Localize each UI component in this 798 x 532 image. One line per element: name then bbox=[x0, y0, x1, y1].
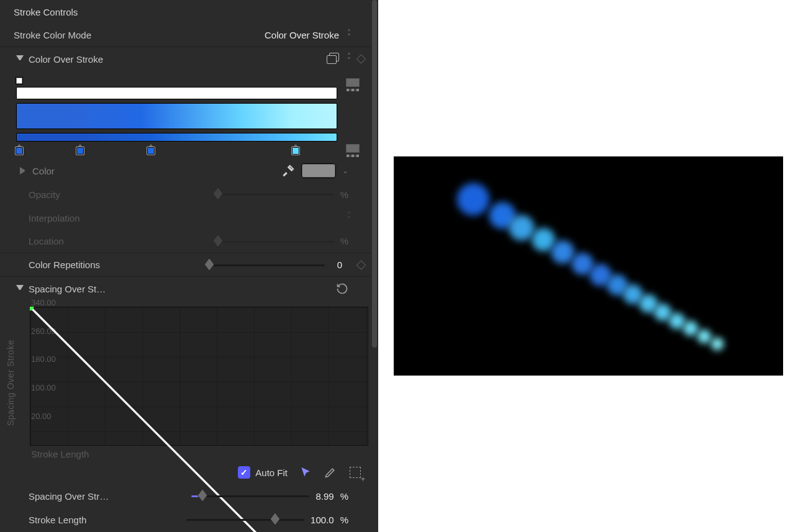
interpolation-label: Interpolation bbox=[29, 213, 80, 223]
disclosure-triangle-right-icon[interactable] bbox=[20, 167, 27, 174]
opacity-unit: % bbox=[340, 189, 348, 200]
color-swatch[interactable] bbox=[301, 163, 336, 178]
spacing-value-label: Spacing Over Str… bbox=[29, 491, 109, 502]
color-label: Color bbox=[32, 166, 55, 176]
eyedropper-icon[interactable] bbox=[281, 164, 295, 178]
spacing-value-row: Spacing Over Str… 8.99 % bbox=[0, 484, 378, 508]
stroke-length-value[interactable]: 100.0 bbox=[311, 515, 334, 525]
stroke-color-mode-label: Stroke Color Mode bbox=[14, 30, 91, 40]
location-label: Location bbox=[29, 236, 64, 246]
stroke-controls-label: Stroke Controls bbox=[14, 7, 78, 17]
color-row: Color ⌄ bbox=[0, 159, 378, 183]
chevron-down-icon[interactable]: ⌄ bbox=[342, 166, 348, 175]
preview-zone bbox=[378, 0, 798, 532]
gradient-hue-bar[interactable] bbox=[16, 133, 337, 142]
graph-y-tick: 340.00 bbox=[31, 298, 56, 307]
gradient-color-stop[interactable] bbox=[16, 144, 23, 155]
opacity-label: Opacity bbox=[29, 189, 60, 200]
opacity-stop-handle[interactable] bbox=[16, 77, 23, 84]
spacing-value[interactable]: 8.99 bbox=[315, 491, 333, 502]
color-over-stroke-label: Color Over Stroke bbox=[29, 54, 103, 65]
marquee-tool-icon[interactable] bbox=[348, 466, 362, 479]
preview-stroke-dab bbox=[710, 337, 724, 351]
presets-stack-icon[interactable] bbox=[325, 53, 339, 65]
gradient-color-stop[interactable] bbox=[292, 144, 299, 155]
stroke-length-slider[interactable] bbox=[186, 513, 304, 526]
spacing-graph[interactable]: Spacing Over Stroke 20.00100.00180.00260… bbox=[0, 300, 378, 462]
stroke-controls-header: Stroke Controls bbox=[0, 0, 378, 24]
graph-y-axis-label: Spacing Over Stroke bbox=[4, 307, 17, 459]
stroke-length-unit: % bbox=[340, 515, 348, 525]
spacing-value-slider[interactable] bbox=[191, 490, 309, 502]
location-row: Location % bbox=[0, 230, 378, 253]
color-repetitions-slider[interactable] bbox=[207, 259, 325, 271]
stroke-length-label: Stroke Length bbox=[29, 515, 86, 525]
opacity-row: Opacity % bbox=[0, 183, 378, 206]
panel-scrollbar[interactable] bbox=[371, 0, 378, 532]
gradient-preset-top-icon[interactable] bbox=[346, 78, 360, 87]
stroke-color-mode-row: Stroke Color Mode Color Over Stroke ˄˅ bbox=[0, 24, 378, 47]
location-unit: % bbox=[340, 236, 348, 246]
preview-stroke-dab bbox=[456, 182, 491, 217]
location-slider[interactable] bbox=[216, 235, 334, 248]
opacity-slider[interactable] bbox=[216, 188, 334, 201]
updown-icon[interactable]: ˄˅ bbox=[347, 55, 348, 63]
updown-icon[interactable]: ˄˅ bbox=[347, 214, 348, 222]
disclosure-triangle-down-icon[interactable] bbox=[16, 55, 24, 63]
preview-stroke-dab bbox=[697, 329, 712, 344]
gradient-opacity-bar[interactable] bbox=[16, 87, 337, 99]
inspector-panel: Stroke Controls Stroke Color Mode Color … bbox=[0, 0, 378, 532]
spacing-over-stroke-header[interactable]: Spacing Over St… bbox=[0, 277, 378, 300]
color-repetitions-label: Color Repetitions bbox=[29, 259, 100, 270]
interpolation-row: Interpolation ˄˅ bbox=[0, 206, 378, 230]
color-over-stroke-header[interactable]: Color Over Stroke ˄˅ bbox=[0, 47, 378, 71]
gradient-preset-bottom-icon[interactable] bbox=[346, 144, 360, 153]
preview-canvas bbox=[394, 156, 783, 376]
gradient-color-stop[interactable] bbox=[147, 144, 155, 155]
updown-icon[interactable]: ˄˅ bbox=[347, 31, 348, 40]
stroke-length-row: Stroke Length 100.0 % bbox=[0, 508, 378, 531]
spacing-unit: % bbox=[340, 491, 348, 502]
graph-x-axis-label: Stroke Length bbox=[31, 449, 89, 459]
spacing-section-label: Spacing Over St… bbox=[29, 284, 106, 294]
stroke-color-mode-value[interactable]: Color Over Stroke bbox=[265, 30, 339, 40]
color-repetitions-value[interactable]: 0 bbox=[331, 259, 348, 270]
gradient-color-bar[interactable] bbox=[16, 103, 337, 129]
disclosure-triangle-down-icon[interactable] bbox=[16, 285, 24, 292]
reset-icon[interactable] bbox=[336, 282, 348, 295]
gradient-editor[interactable] bbox=[0, 71, 378, 159]
preview-stroke-dab bbox=[682, 320, 699, 336]
color-repetitions-row: Color Repetitions 0 bbox=[0, 253, 378, 277]
gradient-color-stop[interactable] bbox=[76, 144, 84, 155]
